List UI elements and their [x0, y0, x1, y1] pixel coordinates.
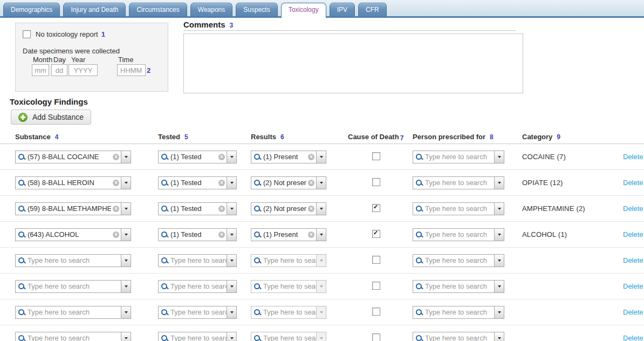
no-toxicology-report-checkbox[interactable] — [23, 30, 31, 38]
person-prescribed-combobox[interactable]: Type here to search — [413, 176, 504, 189]
dropdown-arrow-icon[interactable] — [227, 281, 236, 292]
delete-link[interactable]: Delete — [623, 153, 643, 161]
dropdown-arrow-icon[interactable] — [494, 203, 504, 215]
dropdown-arrow-icon[interactable] — [316, 203, 326, 215]
dropdown-arrow-icon[interactable] — [121, 281, 131, 292]
substance-combobox[interactable]: (57) 8-BALL COCAINE — [15, 151, 131, 163]
delete-link[interactable]: Delete — [623, 308, 643, 316]
dropdown-arrow-icon[interactable] — [494, 229, 504, 241]
tab-injury-and-death[interactable]: Injury and Death — [63, 3, 126, 16]
results-combobox[interactable]: (1) Present — [251, 151, 326, 163]
time-field[interactable] — [117, 64, 146, 76]
dropdown-arrow-icon[interactable] — [227, 203, 236, 215]
substance-combobox[interactable]: (643) ALCOHOL — [15, 228, 131, 241]
results-combobox[interactable]: (2) Not present — [251, 202, 326, 215]
clear-icon[interactable] — [308, 206, 314, 212]
clear-icon[interactable] — [308, 180, 314, 186]
substance-combobox[interactable]: Type here to search — [15, 254, 131, 267]
results-combobox[interactable]: Type here to search — [251, 254, 326, 267]
delete-link[interactable]: Delete — [623, 204, 643, 213]
dropdown-arrow-icon[interactable] — [121, 306, 131, 318]
tab-suspects[interactable]: Suspects — [236, 3, 277, 16]
clear-icon[interactable] — [308, 231, 314, 238]
cause-of-death-checkbox[interactable] — [372, 230, 380, 238]
clear-icon[interactable] — [218, 206, 225, 212]
dropdown-arrow-icon[interactable] — [316, 151, 326, 163]
cause-of-death-checkbox[interactable] — [372, 333, 380, 341]
dropdown-arrow-icon[interactable] — [227, 306, 236, 318]
substance-combobox[interactable]: Type here to search — [15, 306, 131, 319]
delete-link[interactable]: Delete — [623, 282, 643, 290]
dropdown-arrow-icon[interactable] — [494, 255, 504, 267]
dropdown-arrow-icon[interactable] — [316, 177, 326, 189]
person-prescribed-combobox[interactable]: Type here to search — [413, 151, 504, 163]
comments-textarea[interactable] — [183, 33, 523, 93]
person-prescribed-combobox[interactable]: Type here to search — [413, 228, 504, 241]
dropdown-arrow-icon[interactable] — [494, 177, 504, 189]
results-combobox[interactable]: (2) Not present — [251, 176, 326, 189]
cause-of-death-checkbox[interactable] — [372, 308, 380, 316]
clear-icon[interactable] — [308, 154, 314, 160]
dropdown-arrow-icon[interactable] — [494, 151, 504, 163]
delete-link[interactable]: Delete — [623, 179, 643, 187]
dropdown-arrow-icon[interactable] — [494, 281, 504, 292]
person-prescribed-combobox[interactable]: Type here to search — [413, 202, 504, 215]
tested-combobox[interactable]: Type here to search — [158, 332, 237, 341]
results-combobox[interactable]: Type here to search — [251, 306, 326, 319]
cause-of-death-checkbox[interactable] — [372, 256, 380, 264]
clear-icon[interactable] — [218, 180, 225, 186]
delete-link[interactable]: Delete — [623, 334, 643, 341]
dropdown-arrow-icon[interactable] — [227, 255, 236, 267]
cause-of-death-checkbox[interactable] — [372, 178, 380, 186]
dropdown-arrow-icon[interactable] — [121, 151, 131, 163]
tested-combobox[interactable]: Type here to search — [158, 254, 237, 267]
clear-icon[interactable] — [218, 231, 225, 238]
cause-of-death-checkbox[interactable] — [372, 152, 380, 160]
clear-icon[interactable] — [113, 231, 119, 238]
cause-of-death-checkbox[interactable] — [372, 204, 380, 212]
dropdown-arrow-icon[interactable] — [494, 332, 504, 341]
dropdown-arrow-icon[interactable] — [227, 177, 236, 189]
results-combobox[interactable]: (1) Present — [251, 228, 326, 241]
month-field[interactable] — [32, 64, 49, 76]
clear-icon[interactable] — [113, 206, 119, 212]
tab-ipv[interactable]: IPV — [330, 3, 355, 16]
tab-toxicology[interactable]: Toxicology — [281, 3, 326, 18]
person-prescribed-combobox[interactable]: Type here to search — [413, 306, 504, 319]
tested-combobox[interactable]: (1) Tested — [158, 228, 237, 241]
clear-icon[interactable] — [113, 180, 119, 186]
tested-combobox[interactable]: (1) Tested — [158, 151, 237, 163]
results-combobox[interactable]: Type here to search — [251, 280, 326, 293]
tab-cfr[interactable]: CFR — [358, 3, 387, 16]
dropdown-arrow-icon[interactable] — [121, 177, 131, 189]
person-prescribed-combobox[interactable]: Type here to search — [413, 332, 504, 341]
dropdown-arrow-icon[interactable] — [121, 332, 131, 341]
delete-link[interactable]: Delete — [623, 230, 643, 238]
tab-demographics[interactable]: Demographics — [3, 3, 60, 16]
dropdown-arrow-icon[interactable] — [227, 151, 236, 163]
cause-of-death-checkbox[interactable] — [372, 282, 380, 290]
add-substance-button[interactable]: Add Substance — [11, 110, 91, 125]
delete-link[interactable]: Delete — [623, 256, 643, 264]
dropdown-arrow-icon[interactable] — [121, 229, 131, 241]
substance-combobox[interactable]: Type here to search — [15, 280, 131, 293]
tested-combobox[interactable]: Type here to search — [158, 280, 237, 293]
tab-circumstances[interactable]: Circumstances — [129, 3, 187, 16]
substance-combobox[interactable]: (58) 8-BALL HEROIN — [15, 176, 131, 189]
dropdown-arrow-icon[interactable] — [494, 306, 504, 318]
person-prescribed-combobox[interactable]: Type here to search — [413, 280, 504, 293]
tested-combobox[interactable]: (1) Tested — [158, 176, 237, 189]
person-prescribed-combobox[interactable]: Type here to search — [413, 254, 504, 267]
substance-combobox[interactable]: Type here to search — [15, 332, 131, 341]
substance-combobox[interactable]: (59) 8-BALL METHAMPHETAMINE — [15, 202, 131, 215]
dropdown-arrow-icon[interactable] — [121, 203, 131, 215]
clear-icon[interactable] — [218, 154, 225, 160]
dropdown-arrow-icon[interactable] — [121, 255, 131, 267]
year-field[interactable] — [68, 64, 98, 76]
tested-combobox[interactable]: Type here to search — [158, 306, 237, 319]
tab-weapons[interactable]: Weapons — [190, 3, 232, 16]
dropdown-arrow-icon[interactable] — [227, 332, 236, 341]
dropdown-arrow-icon[interactable] — [227, 229, 236, 241]
day-field[interactable] — [51, 64, 67, 76]
clear-icon[interactable] — [113, 154, 119, 160]
